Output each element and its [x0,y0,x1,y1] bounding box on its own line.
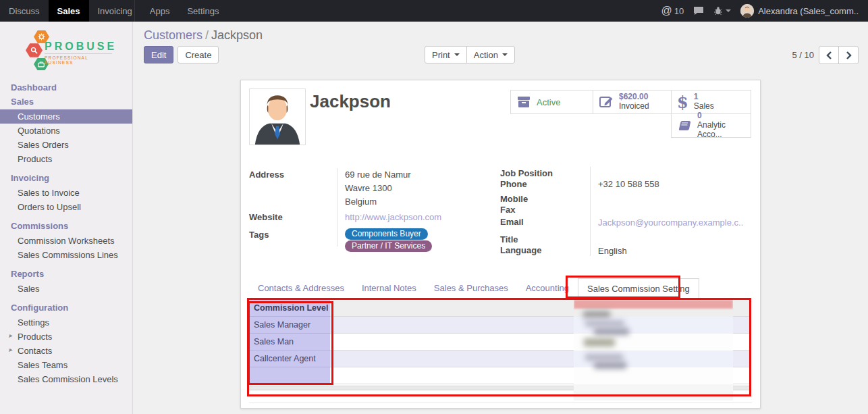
sidebar-item-config-products[interactable]: ▸Products [0,330,132,344]
website-link[interactable]: http://www.jackpson.com [345,212,441,222]
sidebar-item-commission-worksheets[interactable]: Commission Worksheets [0,234,132,248]
table-row[interactable]: Sales Manager [249,317,751,334]
breadcrumb-current: Jackpson [211,28,263,42]
tag-partner-it-services: Partner / IT Services [345,240,432,252]
tab-accounting[interactable]: Accounting [517,278,578,299]
expand-caret-icon: ▸ [9,332,12,339]
sidebar-item-sales-teams[interactable]: Sales Teams [0,358,132,372]
sidebar-item-reports-sales[interactable]: Sales [0,282,132,296]
tab-internal-notes[interactable]: Internal Notes [353,278,425,299]
cell-commission-level: Callcenter Agent [249,351,330,367]
sidebar-item-customers[interactable]: Customers [0,109,132,124]
table-row[interactable]: Callcenter Agent [249,351,751,367]
stat-button-analytic-accounts[interactable]: 0Analytic Acco... [671,113,751,138]
action-dropdown-button[interactable]: Action [466,46,515,63]
stat-button-invoiced[interactable]: $620.00Invoiced [593,90,672,114]
table-header-row: Commission Level [249,300,751,317]
cell-commission-level: Sales Manager [249,317,330,334]
breadcrumb: Customers/Jackpson [144,28,263,43]
pager-next-button[interactable] [838,46,859,64]
tab-sales-commission-setting[interactable]: Sales Commission Setting [578,278,699,299]
sheet-bottom-divider [249,403,752,403]
debug-bug-icon[interactable] [713,6,731,16]
address-line-1: 69 rue de Namur [345,170,411,180]
field-separator [590,167,591,256]
language-label: Language [500,245,541,255]
user-name: Alexandra (Sales_comm.. [758,6,859,16]
menu-discuss[interactable]: Discuss [0,0,49,22]
user-menu[interactable]: Alexandra (Sales_comm.. [740,4,859,18]
sidebar-header-dashboard[interactable]: Dashboard [0,80,132,95]
menu-invoicing[interactable]: Invoicing [89,0,141,22]
tab-contacts-addresses[interactable]: Contacts & Addresses [249,278,353,299]
logo-title: PROBUSE [45,41,117,53]
address-line-2: Wavre 1300 [345,183,392,193]
archive-icon [516,95,531,109]
sidebar-item-sales-commission-levels[interactable]: Sales Commission Levels [0,372,132,386]
breadcrumb-customers[interactable]: Customers [144,28,202,42]
sidebar-header-invoicing[interactable]: Invoicing [0,170,132,186]
menu-apps[interactable]: Apps [141,0,179,22]
menu-settings[interactable]: Settings [178,0,227,22]
pager-value: 5 / 10 [792,50,814,60]
sidebar-item-sales-orders[interactable]: Sales Orders [0,138,132,152]
create-button[interactable]: Create [178,46,219,63]
stat-label: Sales [694,102,714,111]
mentions-counter[interactable]: @ 10 [661,5,684,17]
caret-down-icon [502,53,508,56]
partner-photo [249,88,306,145]
stat-label: Active [537,97,560,107]
tab-sales-purchases[interactable]: Sales & Purchases [425,278,517,299]
address-line-3: Belgium [345,197,377,207]
sidebar-item-orders-to-upsell[interactable]: Orders to Upsell [0,200,132,214]
header-cell-redacted [330,300,751,317]
stat-buttons: Active $620.00Invoiced $ 1Sales 0Analyti… [511,90,751,138]
email-label: Email [500,217,524,227]
sidebar-item-config-settings[interactable]: Settings [0,315,132,330]
sidebar-header-reports[interactable]: Reports [0,266,132,282]
mention-count: 10 [674,6,684,16]
stat-button-sales[interactable]: $ 1Sales [671,90,751,114]
print-dropdown-button[interactable]: Print [425,46,467,63]
top-navbar: Discuss Sales Invoicing Apps Settings @ … [0,0,868,22]
topbar-divider [134,0,135,22]
sidebar-item-products[interactable]: Products [0,152,132,166]
sidebar-header-configuration[interactable]: Configuration [0,300,132,315]
dollar-icon: $ [677,93,688,112]
sidebar-item-sales-to-invoice[interactable]: Sales to Invoice [0,186,132,200]
sidebar-item-quotations[interactable]: Quotations [0,124,132,138]
user-avatar [740,4,754,18]
notebook-tabs: Contacts & Addresses Internal Notes Sale… [249,279,752,299]
edit-button[interactable]: Edit [144,46,173,63]
stat-value: $620.00 [619,93,649,102]
cell-empty [249,367,330,384]
commission-table: Commission Level Sales Manager Sales Man… [249,300,751,390]
website-label: Website [249,212,283,222]
logo-subtitle: PROFESSIONAL BUSINESS [45,53,112,65]
mention-at-icon: @ [661,5,672,17]
partner-name: Jackpson [310,91,391,112]
mobile-label: Mobile [500,194,528,204]
logo-magnifier-icon [26,43,43,58]
chat-icon[interactable] [693,6,704,16]
stat-button-active[interactable]: Active [510,90,593,114]
pager-previous-button[interactable] [819,46,839,64]
title-label: Title [500,234,518,244]
sidebar-header-commissions[interactable]: Commissions [0,218,132,234]
email-link[interactable]: Jackpson@yourcompany.example.c.. [598,217,743,228]
field-separator [337,168,337,247]
breadcrumb-separator: / [202,28,211,42]
column-header-commission-level[interactable]: Commission Level [249,300,330,317]
sidebar-item-config-contacts[interactable]: ▸Contacts [0,344,132,358]
language-value: English [598,246,627,256]
cell-redacted [330,351,751,367]
menu-sales[interactable]: Sales [49,0,89,22]
cell-commission-level: Sales Man [249,334,330,351]
table-row[interactable]: Sales Man [249,334,751,351]
sidebar-header-sales[interactable]: Sales [0,95,132,109]
probuse-logo: PROBUSE PROFESSIONAL BUSINESS [0,22,132,78]
sidebar: PROBUSE PROFESSIONAL BUSINESS Dashboard … [0,22,133,414]
sidebar-item-sales-commissions-lines[interactable]: Sales Commissions Lines [0,248,132,262]
sidebar-nav: Dashboard Sales Customers Quotations Sal… [0,80,132,386]
table-footer-strip [249,386,751,390]
